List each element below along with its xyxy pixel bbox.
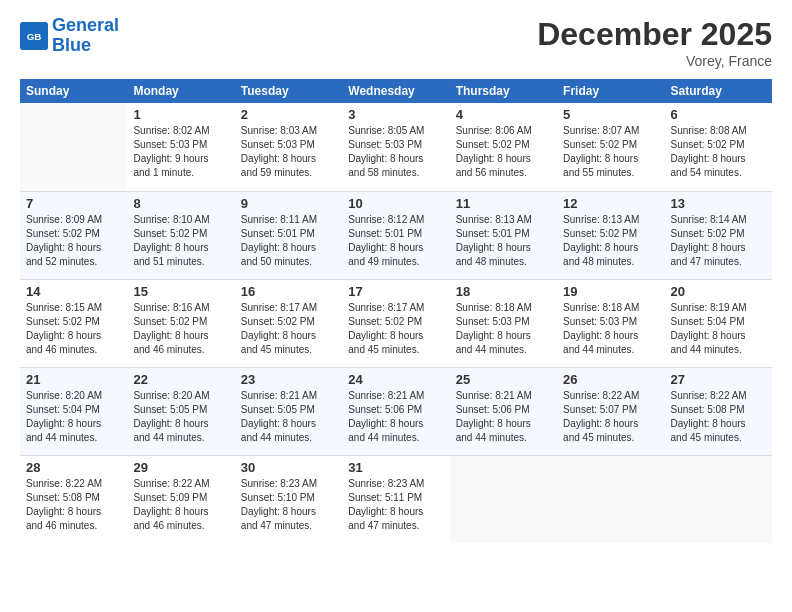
day-cell: 23Sunrise: 8:21 AM Sunset: 5:05 PM Dayli… xyxy=(235,367,342,455)
day-number: 3 xyxy=(348,107,443,122)
day-cell: 30Sunrise: 8:23 AM Sunset: 5:10 PM Dayli… xyxy=(235,455,342,543)
day-info: Sunrise: 8:07 AM Sunset: 5:02 PM Dayligh… xyxy=(563,124,658,180)
day-number: 27 xyxy=(671,372,766,387)
day-cell: 29Sunrise: 8:22 AM Sunset: 5:09 PM Dayli… xyxy=(127,455,234,543)
day-number: 20 xyxy=(671,284,766,299)
day-cell: 22Sunrise: 8:20 AM Sunset: 5:05 PM Dayli… xyxy=(127,367,234,455)
header: GB General Blue December 2025 Vorey, Fra… xyxy=(20,16,772,69)
week-row-0: 1Sunrise: 8:02 AM Sunset: 5:03 PM Daylig… xyxy=(20,103,772,191)
day-cell: 2Sunrise: 8:03 AM Sunset: 5:03 PM Daylig… xyxy=(235,103,342,191)
day-number: 24 xyxy=(348,372,443,387)
day-number: 15 xyxy=(133,284,228,299)
day-info: Sunrise: 8:23 AM Sunset: 5:10 PM Dayligh… xyxy=(241,477,336,533)
day-number: 12 xyxy=(563,196,658,211)
week-row-2: 14Sunrise: 8:15 AM Sunset: 5:02 PM Dayli… xyxy=(20,279,772,367)
title-block: December 2025 Vorey, France xyxy=(537,16,772,69)
location: Vorey, France xyxy=(537,53,772,69)
day-info: Sunrise: 8:12 AM Sunset: 5:01 PM Dayligh… xyxy=(348,213,443,269)
col-header-saturday: Saturday xyxy=(665,79,772,103)
day-number: 9 xyxy=(241,196,336,211)
day-info: Sunrise: 8:08 AM Sunset: 5:02 PM Dayligh… xyxy=(671,124,766,180)
col-header-friday: Friday xyxy=(557,79,664,103)
col-header-wednesday: Wednesday xyxy=(342,79,449,103)
day-number: 17 xyxy=(348,284,443,299)
day-info: Sunrise: 8:02 AM Sunset: 5:03 PM Dayligh… xyxy=(133,124,228,180)
col-header-thursday: Thursday xyxy=(450,79,557,103)
logo-text: General Blue xyxy=(52,16,119,56)
day-info: Sunrise: 8:23 AM Sunset: 5:11 PM Dayligh… xyxy=(348,477,443,533)
day-number: 10 xyxy=(348,196,443,211)
day-number: 14 xyxy=(26,284,121,299)
day-info: Sunrise: 8:21 AM Sunset: 5:05 PM Dayligh… xyxy=(241,389,336,445)
day-cell: 14Sunrise: 8:15 AM Sunset: 5:02 PM Dayli… xyxy=(20,279,127,367)
week-row-3: 21Sunrise: 8:20 AM Sunset: 5:04 PM Dayli… xyxy=(20,367,772,455)
day-number: 30 xyxy=(241,460,336,475)
day-cell: 15Sunrise: 8:16 AM Sunset: 5:02 PM Dayli… xyxy=(127,279,234,367)
day-info: Sunrise: 8:21 AM Sunset: 5:06 PM Dayligh… xyxy=(348,389,443,445)
day-info: Sunrise: 8:15 AM Sunset: 5:02 PM Dayligh… xyxy=(26,301,121,357)
day-cell: 31Sunrise: 8:23 AM Sunset: 5:11 PM Dayli… xyxy=(342,455,449,543)
day-cell xyxy=(665,455,772,543)
day-number: 26 xyxy=(563,372,658,387)
day-cell: 25Sunrise: 8:21 AM Sunset: 5:06 PM Dayli… xyxy=(450,367,557,455)
day-info: Sunrise: 8:13 AM Sunset: 5:01 PM Dayligh… xyxy=(456,213,551,269)
day-number: 13 xyxy=(671,196,766,211)
logo-line1: General xyxy=(52,15,119,35)
day-info: Sunrise: 8:03 AM Sunset: 5:03 PM Dayligh… xyxy=(241,124,336,180)
day-cell xyxy=(557,455,664,543)
day-cell: 5Sunrise: 8:07 AM Sunset: 5:02 PM Daylig… xyxy=(557,103,664,191)
day-cell: 1Sunrise: 8:02 AM Sunset: 5:03 PM Daylig… xyxy=(127,103,234,191)
day-cell xyxy=(20,103,127,191)
day-cell: 13Sunrise: 8:14 AM Sunset: 5:02 PM Dayli… xyxy=(665,191,772,279)
day-info: Sunrise: 8:22 AM Sunset: 5:08 PM Dayligh… xyxy=(671,389,766,445)
day-info: Sunrise: 8:16 AM Sunset: 5:02 PM Dayligh… xyxy=(133,301,228,357)
day-info: Sunrise: 8:18 AM Sunset: 5:03 PM Dayligh… xyxy=(563,301,658,357)
day-number: 6 xyxy=(671,107,766,122)
day-cell: 18Sunrise: 8:18 AM Sunset: 5:03 PM Dayli… xyxy=(450,279,557,367)
col-header-tuesday: Tuesday xyxy=(235,79,342,103)
day-cell: 21Sunrise: 8:20 AM Sunset: 5:04 PM Dayli… xyxy=(20,367,127,455)
day-info: Sunrise: 8:06 AM Sunset: 5:02 PM Dayligh… xyxy=(456,124,551,180)
day-cell: 17Sunrise: 8:17 AM Sunset: 5:02 PM Dayli… xyxy=(342,279,449,367)
col-header-monday: Monday xyxy=(127,79,234,103)
header-row: SundayMondayTuesdayWednesdayThursdayFrid… xyxy=(20,79,772,103)
day-info: Sunrise: 8:05 AM Sunset: 5:03 PM Dayligh… xyxy=(348,124,443,180)
day-number: 21 xyxy=(26,372,121,387)
day-cell: 24Sunrise: 8:21 AM Sunset: 5:06 PM Dayli… xyxy=(342,367,449,455)
day-cell: 3Sunrise: 8:05 AM Sunset: 5:03 PM Daylig… xyxy=(342,103,449,191)
calendar-table: SundayMondayTuesdayWednesdayThursdayFrid… xyxy=(20,79,772,543)
col-header-sunday: Sunday xyxy=(20,79,127,103)
day-cell: 10Sunrise: 8:12 AM Sunset: 5:01 PM Dayli… xyxy=(342,191,449,279)
day-number: 19 xyxy=(563,284,658,299)
day-number: 5 xyxy=(563,107,658,122)
day-cell: 27Sunrise: 8:22 AM Sunset: 5:08 PM Dayli… xyxy=(665,367,772,455)
day-cell: 12Sunrise: 8:13 AM Sunset: 5:02 PM Dayli… xyxy=(557,191,664,279)
day-info: Sunrise: 8:22 AM Sunset: 5:07 PM Dayligh… xyxy=(563,389,658,445)
day-number: 4 xyxy=(456,107,551,122)
day-number: 2 xyxy=(241,107,336,122)
day-info: Sunrise: 8:17 AM Sunset: 5:02 PM Dayligh… xyxy=(241,301,336,357)
day-number: 8 xyxy=(133,196,228,211)
day-number: 1 xyxy=(133,107,228,122)
day-number: 29 xyxy=(133,460,228,475)
logo: GB General Blue xyxy=(20,16,119,56)
day-cell: 8Sunrise: 8:10 AM Sunset: 5:02 PM Daylig… xyxy=(127,191,234,279)
day-cell: 9Sunrise: 8:11 AM Sunset: 5:01 PM Daylig… xyxy=(235,191,342,279)
day-cell: 28Sunrise: 8:22 AM Sunset: 5:08 PM Dayli… xyxy=(20,455,127,543)
day-cell xyxy=(450,455,557,543)
day-cell: 4Sunrise: 8:06 AM Sunset: 5:02 PM Daylig… xyxy=(450,103,557,191)
day-info: Sunrise: 8:09 AM Sunset: 5:02 PM Dayligh… xyxy=(26,213,121,269)
day-number: 31 xyxy=(348,460,443,475)
day-number: 7 xyxy=(26,196,121,211)
day-number: 25 xyxy=(456,372,551,387)
day-cell: 20Sunrise: 8:19 AM Sunset: 5:04 PM Dayli… xyxy=(665,279,772,367)
week-row-4: 28Sunrise: 8:22 AM Sunset: 5:08 PM Dayli… xyxy=(20,455,772,543)
day-cell: 16Sunrise: 8:17 AM Sunset: 5:02 PM Dayli… xyxy=(235,279,342,367)
day-info: Sunrise: 8:11 AM Sunset: 5:01 PM Dayligh… xyxy=(241,213,336,269)
day-cell: 19Sunrise: 8:18 AM Sunset: 5:03 PM Dayli… xyxy=(557,279,664,367)
day-info: Sunrise: 8:13 AM Sunset: 5:02 PM Dayligh… xyxy=(563,213,658,269)
day-info: Sunrise: 8:22 AM Sunset: 5:09 PM Dayligh… xyxy=(133,477,228,533)
logo-line2: Blue xyxy=(52,36,119,56)
day-cell: 6Sunrise: 8:08 AM Sunset: 5:02 PM Daylig… xyxy=(665,103,772,191)
day-number: 11 xyxy=(456,196,551,211)
